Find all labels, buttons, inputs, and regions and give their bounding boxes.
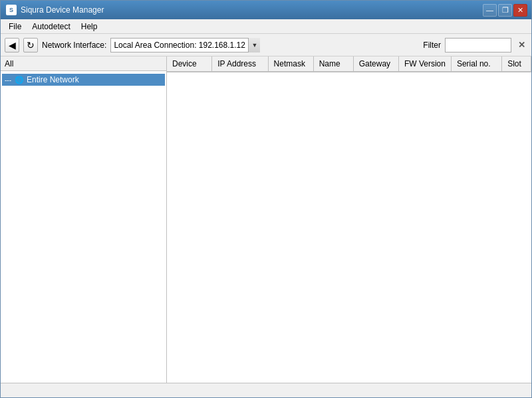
col-header-name[interactable]: Name	[314, 56, 354, 71]
main-content: All --- 🌐 Entire Network Device IP Addre…	[1, 56, 531, 383]
menu-help[interactable]: Help	[76, 21, 103, 33]
close-button[interactable]: ✕	[513, 4, 527, 17]
table-header: Device IP Address Netmask Name Gateway F…	[167, 56, 531, 72]
network-icon: 🌐	[14, 75, 25, 84]
filter-input[interactable]	[445, 38, 511, 52]
col-header-device[interactable]: Device	[167, 56, 212, 71]
right-panel: Device IP Address Netmask Name Gateway F…	[167, 56, 531, 383]
menu-bar: File Autodetect Help	[1, 19, 531, 34]
menu-autodetect[interactable]: Autodetect	[27, 21, 75, 33]
restore-button[interactable]: ❐	[498, 4, 512, 17]
filter-clear-button[interactable]: ✕	[515, 39, 527, 51]
network-interface-wrapper: Local Area Connection: 192.168.1.12 ▼	[110, 38, 260, 52]
panel-header-text: All	[5, 59, 13, 68]
menu-file[interactable]: File	[3, 21, 27, 33]
back-button[interactable]: ◀	[5, 38, 19, 52]
tree-item-entire-network[interactable]: --- 🌐 Entire Network	[2, 74, 165, 86]
main-window: S Siqura Device Manager — ❐ ✕ File Autod…	[0, 0, 532, 398]
tree-expander-icon: ---	[5, 76, 14, 84]
window-controls: — ❐ ✕	[483, 4, 527, 17]
title-bar: S Siqura Device Manager — ❐ ✕	[1, 1, 531, 19]
app-icon: S	[6, 5, 17, 15]
toolbar: ◀ ↻ Network Interface: Local Area Connec…	[1, 34, 531, 56]
table-body	[167, 72, 531, 383]
refresh-button[interactable]: ↻	[23, 38, 38, 52]
window-title: Siqura Device Manager	[21, 5, 104, 15]
tree-area[interactable]: --- 🌐 Entire Network	[1, 71, 166, 383]
col-header-fw[interactable]: FW Version	[399, 56, 452, 71]
minimize-button[interactable]: —	[483, 4, 497, 17]
back-icon: ◀	[9, 40, 16, 50]
col-header-netmask[interactable]: Netmask	[269, 56, 314, 71]
network-interface-label: Network Interface:	[42, 41, 106, 50]
left-panel: All --- 🌐 Entire Network	[1, 56, 167, 383]
filter-label: Filter	[423, 41, 441, 50]
status-bar	[1, 383, 531, 397]
col-header-gateway[interactable]: Gateway	[354, 56, 399, 71]
panel-header: All	[1, 56, 166, 71]
title-bar-left: S Siqura Device Manager	[6, 5, 104, 15]
refresh-icon: ↻	[27, 40, 35, 50]
tree-item-label: Entire Network	[27, 75, 79, 84]
col-header-serial[interactable]: Serial no.	[452, 56, 502, 71]
col-header-ip[interactable]: IP Address	[212, 56, 268, 71]
network-interface-select[interactable]: Local Area Connection: 192.168.1.12	[110, 38, 260, 52]
col-header-slot[interactable]: Slot	[502, 56, 531, 71]
